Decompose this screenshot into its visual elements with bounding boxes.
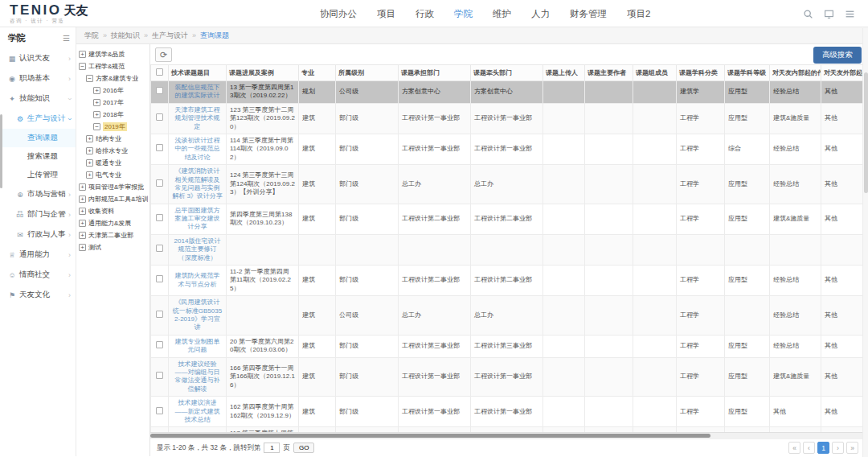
tree-item[interactable]: +结构专业 [78,133,148,145]
tree-item[interactable]: −方案&建筑专业 [78,72,148,84]
row-checkbox[interactable] [156,179,163,187]
advanced-search-button[interactable]: 高级搜索 [813,47,862,64]
tree-item[interactable]: −工程学&规范 [78,60,148,72]
row-checkbox[interactable] [156,144,163,151]
collapse-icon[interactable]: − [79,63,86,70]
expand-icon[interactable]: + [86,159,93,167]
expand-icon[interactable]: + [79,220,86,227]
topic-title-link[interactable]: 2014版住宅设计规范主要修订（深度标准） [169,234,227,265]
nav-item-finance[interactable]: 财务管理 [570,8,607,20]
tree-item[interactable]: +电气专业 [78,169,148,181]
tree-item[interactable]: +2016年 [78,84,148,97]
page-number-input[interactable] [264,443,280,453]
tree-item[interactable]: +暖通专业 [78,157,148,169]
tree-item[interactable]: +内部规范&工具&培训 [78,193,148,205]
topic-title-link[interactable]: 天津市建筑工程规划管理技术规定 [169,103,227,134]
sidebar-item-general-ability[interactable]: ♕通用能力› [0,245,76,265]
topic-title-link[interactable]: 装配信息规范下的建筑实际设计 [169,81,227,104]
table-row[interactable]: 总平面图建筑方案施工审交建设计分享第四季度第三周第138期次（2019.10.2… [151,204,868,234]
tree-item[interactable]: +2018年 [78,109,148,121]
nav-item-project2[interactable]: 项目2 [627,8,650,20]
sidebar-item-production-design[interactable]: ⚙生产与设计› [0,109,76,129]
pager-page-1[interactable]: 1 [817,442,829,454]
tree-item[interactable]: +项目管理&学审报批 [78,181,148,193]
nav-item-project[interactable]: 项目 [377,8,395,20]
expand-icon[interactable]: + [79,196,86,203]
sidebar-scrollbar[interactable] [0,114,2,188]
tree-item[interactable]: +测试 [78,241,148,253]
pager-last-page[interactable]: » [846,442,858,454]
breadcrumb-item[interactable]: 生产与设计 [152,31,188,41]
expand-icon[interactable]: + [93,111,100,118]
row-checkbox[interactable] [156,341,163,348]
nav-item-human-resources[interactable]: 人力 [531,8,550,20]
sidebar-item-skills-knowledge[interactable]: ✦技能知识› [0,89,76,109]
window-icon[interactable] [824,9,834,19]
pager-next-page[interactable]: › [832,442,844,454]
sidebar-item-eq-social[interactable]: ☺情商社交› [0,265,76,285]
refresh-icon[interactable]: ⟳ [155,47,172,62]
expand-icon[interactable]: + [86,147,93,154]
menu-icon[interactable] [845,9,855,19]
table-row[interactable]: 建筑专业制图单元问题20 第一季度第六周第20期次（2019.03.06）建筑部… [151,335,868,357]
table-row[interactable]: 技术建议经验——对编组与日常做法变通与补偿解读166 第四季度第十一周第166期… [151,357,868,397]
row-checkbox[interactable] [156,407,163,414]
expand-icon[interactable]: + [86,171,93,179]
topic-title-link[interactable]: 《建筑消防设计相关规范解读及常见问题与实例解析 3》设计分享 [169,165,227,204]
topic-title-link[interactable]: 浅谈初设计过程中的一些规范总结及讨论 [169,134,227,164]
table-row[interactable]: 浅谈初设计过程中的一些规范总结及讨论114 第三季度第十周第114期次（2019… [151,134,868,164]
row-checkbox[interactable] [156,87,163,94]
sidebar-item-department-management[interactable]: 品部门与企管› [0,204,76,224]
row-checkbox[interactable] [156,275,163,282]
expand-icon[interactable]: + [79,183,86,191]
topic-title-link[interactable]: 总平面图建筑方案施工审交建设计分享 [169,204,227,234]
breadcrumb-item[interactable]: 学院 [84,31,99,41]
tree-item[interactable]: +收集资料 [78,205,148,217]
table-row[interactable]: 技术建议演进——新定式建筑技术总结162 第四季度第十周第162期次（2019.… [151,397,868,427]
pager-first-page[interactable]: « [788,442,800,454]
tree-item[interactable]: +给排水专业 [78,145,148,157]
row-checkbox[interactable] [156,372,163,379]
sidebar-item-workplace-basics[interactable]: ◉职场基本› [0,68,76,89]
row-checkbox[interactable] [156,113,163,121]
tree-item[interactable]: −2019年 [78,121,148,133]
topic-title-link[interactable]: 建筑防火规范学术与节点分析 [169,266,227,296]
expand-icon[interactable]: + [79,244,86,251]
horizontal-scrollbar[interactable] [150,434,710,438]
topic-title-link[interactable]: 技术建议经验——对编组与日常做法变通与补偿解读 [169,357,227,397]
expand-icon[interactable]: + [79,232,86,239]
table-row[interactable]: 装配信息规范下的建筑实际设计13 第一季度第四周第13期次（2019.02.22… [151,81,868,104]
sidebar-item-query-topics[interactable]: 查询课题 [0,129,76,147]
sidebar-item-market-sales[interactable]: ⊕市场与营销› [0,184,76,204]
select-all-checkbox[interactable] [156,68,163,76]
expand-icon[interactable]: + [93,99,100,106]
expand-icon[interactable]: + [93,87,100,94]
collapse-icon[interactable]: − [86,75,93,82]
search-icon[interactable] [803,9,813,19]
row-checkbox[interactable] [156,214,163,221]
go-button[interactable]: GO [293,443,314,453]
table-row[interactable]: 天津市建筑工程规划管理技术规定123 第三季度第十二周第123期次（2019.0… [151,103,868,134]
collapse-icon[interactable]: − [93,123,100,130]
sidebar-item-admin-hr[interactable]: ✉行政与人事› [0,224,76,245]
nav-item-college[interactable]: 学院 [454,8,473,20]
table-row[interactable]: 《建筑消防设计相关规范解读及常见问题与实例解析 3》设计分享124 第三季度第十… [151,165,868,204]
nav-item-administration[interactable]: 行政 [416,8,434,20]
tree-item[interactable]: +通用能力&发展 [78,217,148,229]
expand-icon[interactable]: + [79,51,86,58]
tree-item[interactable]: +建筑学&品质 [78,48,148,60]
pager-prev-page[interactable]: ‹ [803,442,815,454]
topic-title-link[interactable]: 《民用建筑设计统一标准GB50352-2019》学习宣讲 [169,296,227,336]
hamburger-icon[interactable]: ☰ [63,34,70,43]
vertical-scrollbar[interactable] [864,72,868,193]
sidebar-item-know-tianyou[interactable]: ▦认识天友› [0,48,76,68]
tree-item[interactable]: +2017年 [78,97,148,109]
table-row[interactable]: 建筑防火规范学术与节点分析11-2 第一季度第四周第11期次（2019.02.2… [151,266,868,296]
table-row[interactable]: 《民用建筑设计统一标准GB50352-2019》学习宣讲建筑公司级总工办总工办工… [151,296,868,336]
row-checkbox[interactable] [156,245,163,252]
sidebar-item-upload-management[interactable]: 上传管理 [0,166,76,184]
sidebar-item-tianyou-culture[interactable]: ⚑天友文化› [0,285,76,305]
tree-item[interactable]: +天津第二事业部 [78,229,148,241]
topic-title-link[interactable]: 技术建议演进——新定式建筑技术总结 [169,397,227,427]
table-row[interactable]: 2014版住宅设计规范主要修订（深度标准） [151,234,868,265]
